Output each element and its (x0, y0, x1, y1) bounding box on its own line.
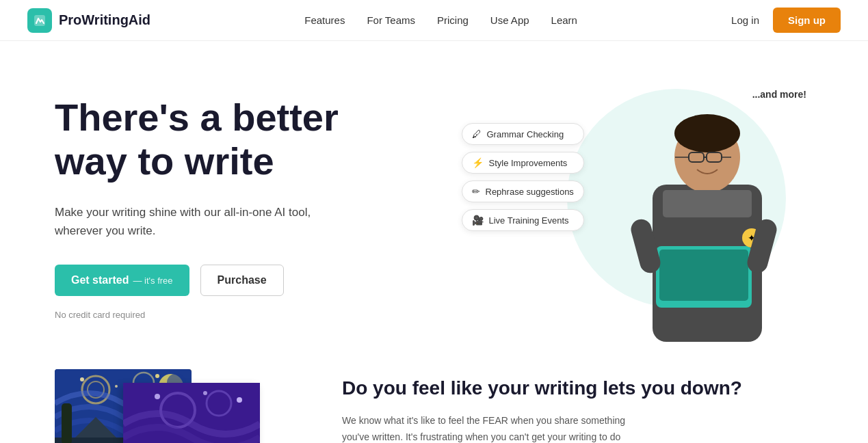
nav-right: Log in Sign up (731, 8, 841, 33)
login-link[interactable]: Log in (731, 14, 759, 26)
bottom-right: Do you feel like your writing lets you d… (342, 369, 813, 443)
pill-training-label: Live Training Events (489, 215, 569, 226)
pill-training: 🎥 Live Training Events (462, 209, 584, 231)
training-icon: 🎥 (472, 215, 484, 226)
painting-stack: My idea in my head (55, 369, 287, 443)
no-card-text: No credit card required (55, 310, 421, 320)
brand-name: ProWritingAid (59, 12, 150, 28)
person-illustration: ✦ (615, 89, 793, 342)
svg-point-36 (237, 397, 242, 403)
get-started-button[interactable]: Get started — it's free (55, 265, 189, 296)
pill-style-label: Style Improvements (489, 158, 568, 168)
bottom-title: Do you feel like your writing lets you d… (342, 376, 813, 401)
purchase-button[interactable]: Purchase (200, 265, 284, 296)
logo-icon (27, 8, 52, 33)
hero-illustration: ...and more! 🖊 Grammar Checking ⚡ Style … (448, 82, 814, 342)
bottom-section: My idea in my head Do you feel like your… (0, 369, 868, 443)
bottom-text: We know what it's like to feel the FEAR … (342, 413, 629, 443)
painting-front: My idea in my head (123, 383, 260, 443)
bottom-left: My idea in my head (55, 369, 287, 443)
svg-point-3 (674, 114, 740, 152)
hero-right: ...and more! 🖊 Grammar Checking ⚡ Style … (448, 82, 814, 342)
svg-point-22 (115, 385, 118, 388)
pill-rephrase: ✏ Rephrase suggestions (462, 180, 584, 202)
nav-use-app[interactable]: Use App (490, 14, 529, 26)
hero-subtitle: Make your writing shine with our all-in-… (55, 203, 342, 240)
svg-point-21 (80, 377, 84, 381)
hero-left: There's a better way to write Make your … (55, 82, 448, 320)
navbar: ProWritingAid Features For Teams Pricing… (0, 0, 868, 41)
pill-rephrase-label: Rephrase suggestions (486, 187, 574, 197)
nav-links: Features For Teams Pricing Use App Learn (304, 14, 577, 27)
grammar-icon: 🖊 (472, 129, 482, 139)
svg-point-23 (155, 374, 159, 378)
svg-rect-9 (663, 190, 752, 217)
hero-buttons: Get started — it's free Purchase (55, 265, 421, 296)
pill-grammar: 🖊 Grammar Checking (462, 123, 584, 145)
pill-style: ⚡ Style Improvements (462, 152, 584, 174)
style-icon: ⚡ (472, 157, 484, 168)
nav-learn[interactable]: Learn (551, 14, 577, 26)
signup-button[interactable]: Sign up (773, 8, 841, 33)
nav-for-teams[interactable]: For Teams (367, 14, 415, 26)
nav-features[interactable]: Features (304, 14, 345, 26)
free-tag: — it's free (133, 276, 172, 286)
feature-pills: 🖊 Grammar Checking ⚡ Style Improvements … (462, 123, 584, 231)
purple-painting-svg (123, 383, 260, 443)
svg-point-35 (203, 391, 207, 395)
logo[interactable]: ProWritingAid (27, 8, 150, 33)
nav-pricing[interactable]: Pricing (437, 14, 469, 26)
pill-grammar-label: Grammar Checking (487, 129, 564, 139)
hero-title: There's a better way to write (55, 96, 421, 184)
rephrase-icon: ✏ (472, 186, 480, 197)
svg-rect-11 (659, 250, 748, 301)
svg-point-34 (155, 394, 160, 399)
svg-rect-28 (62, 403, 72, 443)
hero-section: There's a better way to write Make your … (0, 41, 868, 369)
